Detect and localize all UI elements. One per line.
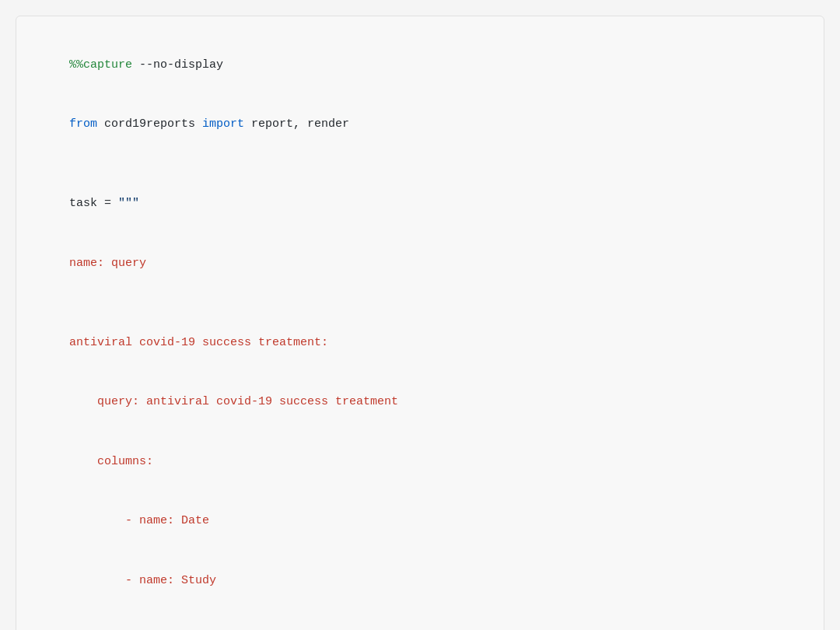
columns-label: columns:	[69, 455, 153, 468]
flag: --no-display	[132, 58, 223, 72]
magic-command: %%capture	[69, 58, 132, 72]
line-11: - name: Study	[41, 551, 799, 611]
col-date: - name: Date	[69, 514, 209, 527]
line-9: columns:	[41, 432, 799, 492]
line-1: %%capture --no-display	[41, 35, 799, 95]
line-2: from cord19reports import report, render	[41, 95, 799, 155]
blank-line-1	[41, 154, 799, 174]
line-10: - name: Date	[41, 492, 799, 551]
import-items: report, render	[251, 117, 349, 131]
blank-line-2	[41, 293, 799, 313]
col-study: - name: Study	[69, 574, 216, 587]
keyword-import: import	[195, 117, 251, 131]
line-4: task = """	[41, 174, 799, 234]
name-field: name: query	[69, 257, 146, 270]
query-line: query: antiviral covid-19 success treatm…	[69, 395, 398, 408]
triple-quote-open: """	[118, 197, 139, 210]
code-editor: %%capture --no-display from cord19report…	[16, 16, 824, 630]
line-12: - name: Study Link	[41, 611, 799, 631]
line-5: name: query	[41, 233, 799, 293]
line-8: query: antiviral covid-19 success treatm…	[41, 373, 799, 432]
section-header: antiviral covid-19 success treatment:	[69, 336, 328, 349]
keyword-from: from	[69, 117, 104, 131]
line-7: antiviral covid-19 success treatment:	[41, 313, 799, 373]
module-name: cord19reports	[104, 117, 195, 131]
task-assign: task =	[69, 197, 118, 210]
